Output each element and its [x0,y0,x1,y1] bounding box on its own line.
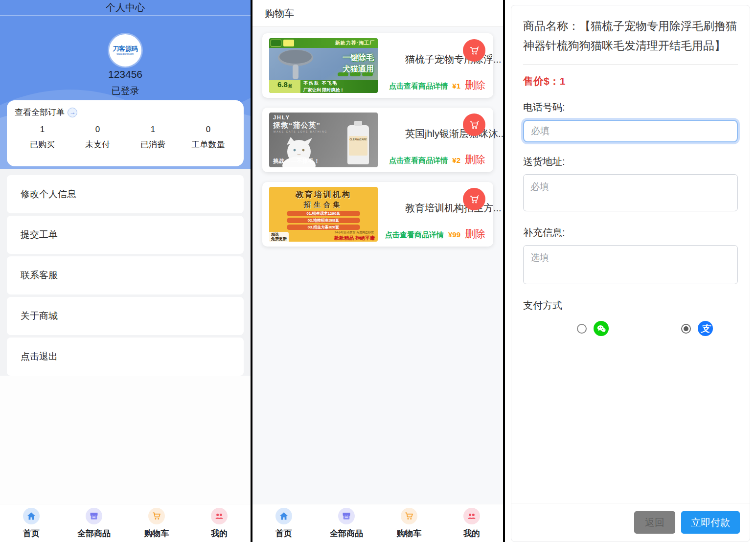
alipay-radio[interactable] [681,324,691,334]
menu-item-submit-ticket[interactable]: 提交工单 [7,216,244,254]
cart-title: 购物车 [265,7,294,20]
back-button[interactable]: 返回 [634,511,675,534]
profile-menu: 修改个人信息 提交工单 联系客服 关于商城 点击退出 [0,169,251,376]
image-text: 一键除毛 [343,53,374,63]
cart-icon [401,508,417,524]
store-icon [86,508,102,524]
delete-button[interactable]: 删除 [465,227,485,241]
wechat-icon [594,321,609,336]
wechat-radio[interactable] [577,324,587,334]
tab-mine[interactable]: 我的 [188,504,251,542]
view-detail-link[interactable]: 点击查看商品详情 [389,82,448,91]
price-text: 售价$：1 [523,74,738,88]
address-label: 送货地址: [523,155,738,168]
product-image: 新款力荐·淘工厂 一键除毛 犬猫通用 6.8起 [269,38,378,93]
phone-label: 电话号码: [523,101,738,114]
menu-label: 修改个人信息 [21,188,76,201]
stat-value: 0 [70,125,125,135]
alipay-option[interactable]: 支 [681,321,713,336]
pay-now-button[interactable]: 立即付款 [681,511,740,534]
image-promo: 不伤肤 不飞毛 [303,80,378,87]
bottle-label: CLEAN&CARE [349,136,367,156]
tab-label: 我的 [211,528,228,539]
menu-item-logout[interactable]: 点击退出 [7,338,244,376]
payment-options: 支 [523,321,738,336]
cart-titlebar: 购物车 [252,0,503,27]
tab-all-products[interactable]: 全部商品 [63,504,125,542]
tab-label: 首页 [23,528,40,539]
image-price: 6.8 [277,80,288,89]
cart-item-price: ¥1 [452,82,460,90]
tab-mine[interactable]: 我的 [440,504,503,542]
order-stats: 1 已购买 0 未支付 1 已消费 0 工单数量 [15,125,236,150]
cart-item-pet-brush[interactable]: 新款力荐·淘工厂 一键除毛 犬猫通用 6.8起 [262,33,493,98]
home-icon [23,508,40,524]
view-detail-link[interactable]: 点击查看商品详情 [389,156,448,165]
image-subline: MAKE CATS LOVE BATHING [274,130,328,133]
store-icon [338,508,355,524]
delete-button[interactable]: 删除 [465,153,485,166]
stat-label: 未支付 [70,139,125,150]
avatar-logo-domain: www.dkewl.com [116,52,134,56]
cart-badge-icon [463,188,485,210]
image-header-text: 新款力荐·淘工厂 [335,40,375,46]
stat-value: 1 [125,125,181,135]
image-brand: JHLY [273,114,290,120]
image-list-bar: 02.地推招生368套 [287,218,360,223]
cart-item-cat-shampoo[interactable]: JHLY 拯救“蒲公英” MAKE CATS LOVE BATHING CLEA… [262,108,493,172]
tab-home[interactable]: 首页 [252,504,315,542]
image-headline: 拯救“蒲公英” [273,121,321,130]
cart-icon [148,508,165,524]
users-icon [463,508,480,524]
tabbar: 首页 全部商品 购物车 我的 [252,504,503,542]
cart-item-education-pack[interactable]: 教育培训机构 招生合集 01.招生话术1290套 02.地推招生368套 03.… [262,182,493,247]
phone-input[interactable] [523,120,738,142]
wechat-pay-option[interactable] [577,321,609,336]
users-icon [211,508,228,524]
image-headline: 教育培训机构 [269,190,378,200]
cart-item-price: ¥2 [452,156,460,164]
cart-item-title: 猫梳子宠物专用除浮... [405,53,502,66]
arrow-right-icon: → [68,108,77,117]
promo-badge [283,40,294,46]
promo-badge [271,40,281,46]
cart-badge-icon [463,113,485,136]
address-input[interactable] [523,174,738,211]
avatar[interactable]: 刀客源码 www.dkewl.com [109,34,141,67]
order-panel: 商品名称：【猫梳子宠物专用除浮毛刷撸猫神器针梳狗狗猫咪毛发清理开结毛用品】 售价… [505,0,756,542]
order-form: 商品名称：【猫梳子宠物专用除浮毛刷撸猫神器针梳狗狗猫咪毛发清理开结毛用品】 售价… [511,5,750,503]
cart-item-title: 教育培训机构招生方... [405,202,502,215]
bottle-illustration: CLEAN&CARE [347,125,369,164]
tab-all-products[interactable]: 全部商品 [315,504,378,542]
menu-item-about-mall[interactable]: 关于商城 [7,297,244,335]
stat-label: 已消费 [125,139,181,150]
view-all-orders-label: 查看全部订单 [15,107,65,118]
image-list-bar: 01.招生话术1290套 [287,211,360,216]
tab-home[interactable]: 首页 [0,504,63,542]
screen: 个人中心 刀客源码 www.dkewl.com 123456 已登录 查看全部订… [0,0,756,542]
menu-item-edit-profile[interactable]: 修改个人信息 [7,175,244,213]
tab-label: 全部商品 [330,528,363,539]
avatar-logo-text: 刀客源码 [113,45,138,52]
cart-panel: 购物车 新款力荐·淘工厂 一键除毛 [252,0,503,542]
view-all-orders-link[interactable]: 查看全部订单 → [15,107,236,118]
home-icon [275,508,292,524]
menu-label: 点击退出 [21,350,58,363]
image-list-bar: 03.招生方案820套 [287,225,360,230]
payment-method-label: 支付方式 [523,299,738,312]
delete-button[interactable]: 删除 [465,78,485,92]
tab-cart[interactable]: 购物车 [378,504,440,542]
image-bottom-text: 挑战——不掉毛！ [273,158,320,165]
cart-item-price: ¥99 [448,230,460,239]
stat-unpaid: 0 未支付 [70,125,125,150]
tab-label: 购物车 [397,528,422,539]
view-detail-link[interactable]: 点击查看商品详情 [385,230,444,240]
extra-info-input[interactable] [523,245,738,284]
tab-label: 我的 [463,528,480,539]
menu-item-contact-support[interactable]: 联系客服 [7,256,244,294]
cart-list: 新款力荐·淘工厂 一键除毛 犬猫通用 6.8起 [252,27,503,256]
profile-hero: 刀客源码 www.dkewl.com 123456 已登录 查看全部订单 → 1… [0,16,251,169]
tab-cart[interactable]: 购物车 [125,504,188,542]
tab-label: 购物车 [144,528,169,539]
divider [523,64,738,65]
